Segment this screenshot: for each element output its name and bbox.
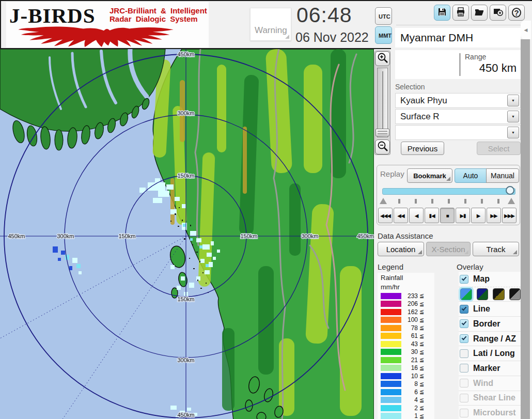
auto-mode-button[interactable]: Auto [455,168,487,183]
lte-symbol: ≦ [419,356,424,363]
location-button[interactable]: Location [378,242,424,256]
svg-text:150km: 150km [118,233,135,239]
site-dropdown[interactable]: Kyauk Phyu ▼ [395,93,521,108]
product-dropdown[interactable]: Surface R ▼ [395,109,521,124]
range-label: Range [465,53,486,61]
resize-corner-icon [285,35,289,39]
printer-icon [456,7,466,19]
track-button[interactable]: Track [473,242,519,256]
chevron-down-icon[interactable]: ▼ [507,127,519,138]
radar-map[interactable]: 450km 300km 150km 150km 300km 450km 450k… [0,49,374,419]
legend-entry: 233≦ [381,292,432,300]
open-file-button[interactable] [471,5,488,21]
extra-dropdown[interactable]: ▼ [395,125,521,140]
slider-tick [398,199,400,204]
lati-long-checkbox[interactable] [460,349,468,358]
svg-text:300km: 300km [177,357,194,363]
zoom-out-button[interactable] [375,139,390,154]
overlay-item-label: Wind [473,379,493,388]
replay-range-end-marker[interactable] [508,198,515,204]
overlay-item-range-az[interactable]: Range / AZ [459,331,521,346]
replay-label: Replay [380,169,404,178]
rainfall-legend: Rainfall mm/hr 233≦ 206≦ 162≦ 100≦ 78≦ 6… [378,273,434,419]
map-style-row [459,287,521,302]
border-checkbox[interactable] [460,319,468,328]
line-checkbox[interactable] [460,305,468,314]
overlay-item-map[interactable]: Map [459,272,521,287]
fast-forward-button[interactable]: ▶▶ [487,208,501,223]
jump-first-button[interactable]: ◀◀◀ [378,208,393,223]
range-az-checkbox[interactable] [460,334,468,343]
lte-symbol: ≦ [419,405,424,411]
legend-entry: 16≦ [381,364,432,373]
map-style-swatch-1[interactable] [460,288,472,300]
menu-corner-icon [464,250,468,254]
replay-slider-track[interactable] [382,188,515,195]
overlay-item-label: Shear Line [473,393,515,402]
legend-color-swatch [381,317,401,323]
stop-button[interactable]: ■ [440,208,455,223]
map-style-swatch-2[interactable] [477,288,489,300]
legend-color-swatch [381,381,401,387]
legend-color-swatch [381,365,401,371]
step-back-button[interactable]: ▮◀ [425,208,439,223]
mmt-toggle-button[interactable]: MMT [375,26,392,44]
manual-mode-button[interactable]: Manual [486,168,519,183]
print-button[interactable] [452,5,469,21]
range-display: Range 450 km [395,50,521,79]
replay-range-start-marker[interactable] [380,198,387,204]
svg-text:150km: 150km [177,173,194,179]
step-forward-button[interactable]: ▶▮ [456,208,470,223]
zoom-in-button[interactable] [375,51,390,66]
legend-unit-line2: mm/hr [381,283,434,291]
bookmark-button[interactable]: Bookmark [407,168,452,183]
legend-entry: 162≦ [381,308,432,316]
legend-color-swatch [381,325,401,331]
slider-tick [481,199,483,204]
product-dropdown-value: Surface R [400,112,440,122]
overlay-item-label: Border [473,319,500,329]
legend-entry: 4≦ [381,396,432,405]
help-button[interactable]: ? [508,5,525,21]
svg-text:150km: 150km [177,296,194,302]
legend-entry: 2≦ [381,404,432,412]
warning-button[interactable]: Warning [250,8,291,41]
save-button[interactable] [434,5,450,21]
svg-text:150km: 150km [240,233,257,239]
zoom-slider-track[interactable] [377,68,388,137]
legend-unit-line1: Rainfall [381,274,434,282]
chevron-down-icon[interactable]: ▼ [507,111,519,122]
panel-scrollbar[interactable] [521,39,530,419]
overlay-item-marker[interactable]: Marker [459,361,521,376]
slider-tick [431,199,433,204]
chevron-down-icon[interactable]: ▼ [507,95,519,106]
overlay-item-label: Marker [473,364,500,373]
zoom-slider-handle[interactable] [375,129,389,136]
map-style-swatch-3[interactable] [493,288,505,300]
overlay-item-border[interactable]: Border [459,316,521,331]
fast-rewind-button[interactable]: ◀◀ [394,208,408,223]
overlay-item-line[interactable]: Line [459,301,521,316]
overlay-item-lati-long[interactable]: Lati / Long [459,346,521,361]
map-style-swatch-4[interactable] [509,288,521,300]
marker-checkbox[interactable] [460,364,468,373]
legend-color-swatch [381,293,401,299]
lte-symbol: ≦ [419,308,424,315]
selection-label: Selection [395,83,425,91]
previous-button[interactable]: Previous [401,142,444,155]
image-add-icon [493,7,503,19]
lte-symbol: ≦ [419,397,424,404]
legend-color-swatch [381,405,401,411]
jump-last-button[interactable]: ▶▶▶ [502,208,517,223]
replay-slider-handle[interactable] [506,186,514,195]
legend-entry: 10≦ [381,372,432,380]
capture-add-button[interactable] [490,5,506,21]
panel-collapse-button[interactable]: ◀ [521,21,531,39]
utc-toggle-button[interactable]: UTC [375,7,392,25]
play-reverse-button[interactable]: ◀ [409,208,424,223]
play-button[interactable]: ▶ [471,208,486,223]
legend-entry: 1≦ [381,412,432,419]
overlay-list: Map Line Border Range / AZ Lati / Long M… [459,272,521,419]
save-icon [437,7,447,19]
map-checkbox[interactable] [460,275,468,284]
